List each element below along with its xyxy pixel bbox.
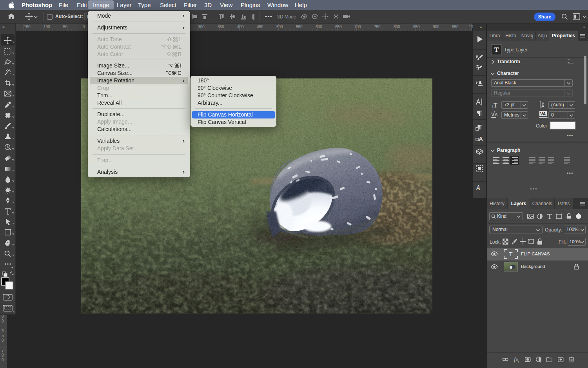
svg-text:A: A bbox=[495, 112, 498, 117]
svg-text:A: A bbox=[475, 184, 481, 192]
svg-text:T: T bbox=[494, 102, 497, 108]
svg-text:A: A bbox=[479, 135, 483, 142]
svg-text:VA: VA bbox=[540, 111, 546, 116]
svg-text:fx: fx bbox=[514, 356, 518, 363]
svg-text:A: A bbox=[541, 104, 544, 108]
svg-text:T: T bbox=[509, 251, 513, 257]
